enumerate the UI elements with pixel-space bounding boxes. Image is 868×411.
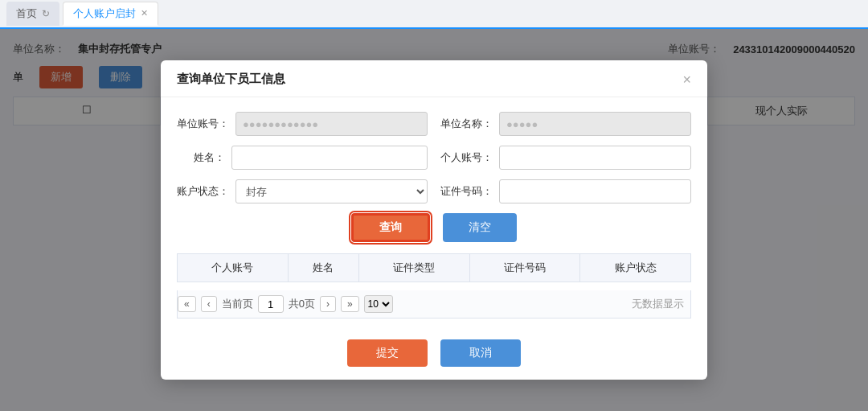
first-page-button[interactable]: « (178, 296, 196, 312)
form-group-unit-account: 单位账号： (177, 112, 428, 136)
id-number-label: 证件号码： (440, 184, 493, 199)
modal-header: 查询单位下员工信息 × (161, 60, 707, 97)
next-page-button[interactable]: › (320, 296, 336, 312)
tab-home[interactable]: 首页 ↻ (6, 2, 59, 26)
unit-name-input[interactable] (499, 112, 691, 136)
form-group-name: 姓名： (177, 146, 428, 170)
clear-button[interactable]: 清空 (443, 213, 517, 242)
last-page-button[interactable]: » (341, 296, 359, 312)
personal-account-input[interactable] (499, 146, 691, 170)
tab-account-seal[interactable]: 个人账户启封 ✕ (63, 2, 158, 26)
account-status-label: 账户状态： (177, 184, 229, 199)
id-number-input[interactable] (499, 179, 691, 203)
cancel-button[interactable]: 取消 (440, 339, 521, 367)
col-personal-account: 个人账号 (178, 254, 289, 282)
home-label: 首页 (16, 6, 37, 21)
prev-page-button[interactable]: ‹ (201, 296, 217, 312)
form-group-personal-account: 个人账号： (440, 146, 691, 170)
unit-name-field-label: 单位名称： (440, 117, 493, 131)
form-group-account-status: 账户状态： 封存 正常 注销 全部 (177, 179, 428, 203)
tab-bar: 首页 ↻ 个人账户启封 ✕ (0, 0, 868, 29)
col-id-number: 证件号码 (469, 254, 580, 282)
modal-overlay: 查询单位下员工信息 × 单位账号： 单位名称： 姓名： (0, 29, 868, 411)
tab-account-seal-label: 个人账户启封 (73, 6, 136, 21)
page-number-input[interactable] (258, 295, 284, 313)
col-account-status: 账户状态 (580, 254, 691, 282)
refresh-icon[interactable]: ↻ (42, 8, 50, 19)
form-row-1: 单位账号： 单位名称： (177, 112, 691, 136)
col-name: 姓名 (288, 254, 359, 282)
modal-body: 单位账号： 单位名称： 姓名： 个人账号： (161, 97, 707, 330)
no-data-text: 无数据显示 (398, 297, 690, 311)
result-table: 个人账号 姓名 证件类型 证件号码 账户状态 (177, 253, 691, 282)
submit-button[interactable]: 提交 (347, 339, 428, 367)
current-page-label: 当前页 (222, 297, 253, 311)
col-id-type: 证件类型 (359, 254, 470, 282)
action-row: 查询 清空 (177, 213, 691, 242)
modal-title: 查询单位下员工信息 (177, 72, 285, 87)
form-row-2: 姓名： 个人账号： (177, 146, 691, 170)
name-label: 姓名： (177, 150, 225, 165)
form-group-id-number: 证件号码： (440, 179, 691, 203)
name-input[interactable] (231, 146, 428, 170)
modal-footer: 提交 取消 (161, 330, 707, 380)
personal-account-label: 个人账号： (440, 150, 493, 165)
unit-account-label: 单位账号： (177, 117, 229, 131)
unit-account-input[interactable] (235, 112, 428, 136)
form-group-unit-name: 单位名称： (440, 112, 691, 136)
total-pages-label: 共0页 (289, 297, 315, 311)
modal-close-button[interactable]: × (682, 72, 691, 87)
account-status-select[interactable]: 封存 正常 注销 全部 (235, 179, 428, 203)
query-button[interactable]: 查询 (351, 213, 430, 242)
table-header-row: 个人账号 姓名 证件类型 证件号码 账户状态 (178, 254, 691, 282)
form-row-3: 账户状态： 封存 正常 注销 全部 证件号码： (177, 179, 691, 203)
close-icon[interactable]: ✕ (141, 8, 148, 18)
modal: 查询单位下员工信息 × 单位账号： 单位名称： 姓名： (161, 60, 707, 380)
page-size-select[interactable]: 10 20 50 (364, 295, 393, 313)
pagination-row: « ‹ 当前页 共0页 › » 10 20 50 无数据显示 (177, 290, 691, 319)
